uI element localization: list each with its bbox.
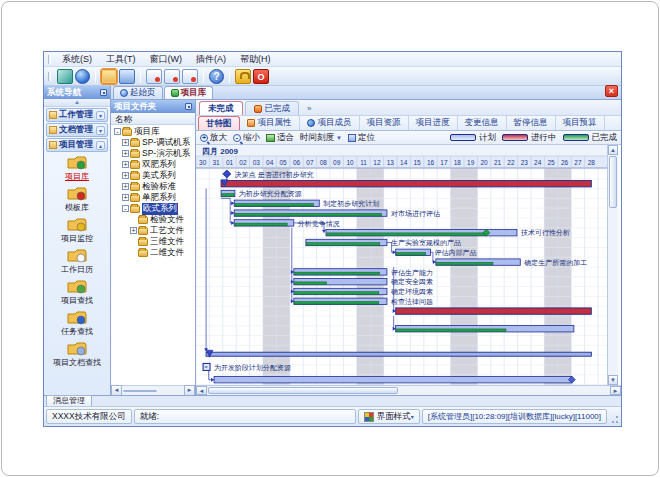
chevron-icon[interactable]: ▴: [96, 141, 105, 150]
svg-text:为初步研究分配资源: 为初步研究分配资源: [239, 190, 302, 198]
report-close-icon[interactable]: [182, 69, 198, 84]
expand-icon[interactable]: +: [130, 227, 137, 234]
svg-text:11: 11: [360, 159, 367, 166]
scrollbar-thumb[interactable]: [609, 156, 617, 208]
tree-node-三维文件[interactable]: 三维文件: [112, 236, 195, 247]
tree-node-label: 二维文件: [150, 247, 184, 259]
sidebar-scroll-up[interactable]: ▲: [44, 99, 110, 107]
scroll-left-icon[interactable]: ◄: [111, 385, 122, 395]
scroll-down-icon[interactable]: ▼: [608, 375, 618, 385]
tree-node-二维文件[interactable]: 二维文件: [112, 247, 195, 258]
chevron-icon[interactable]: ▾: [96, 126, 105, 135]
collapse-icon[interactable]: -: [122, 205, 129, 212]
sidebar-item-项目文档查找[interactable]: 项目文档查找: [44, 340, 110, 368]
tab-起始页[interactable]: 起始页: [113, 86, 163, 99]
scrollbar-thumb[interactable]: [208, 387, 398, 394]
scroll-right-icon[interactable]: ►: [610, 386, 621, 395]
gantt-chart-wrap: 四月 2009303101020304050607080910111213141…: [196, 145, 621, 385]
sidebar-item-项目查找[interactable]: 项目查找: [44, 278, 110, 306]
help-icon[interactable]: ?: [209, 69, 224, 84]
legend-进行中: 进行中: [502, 132, 557, 144]
tree-node-双肥系列[interactable]: +双肥系列: [112, 159, 195, 170]
functab-项目属性[interactable]: 项目属性: [240, 116, 300, 130]
palette-icon: [364, 412, 374, 422]
session-info: [系统管理员][10:28:09][培训数据库][lucky][11000]: [422, 409, 607, 424]
menu-item[interactable]: 系统(S): [55, 52, 99, 67]
tree-node-检验标准[interactable]: +检验标准: [112, 181, 195, 192]
expand-icon[interactable]: +: [122, 150, 129, 157]
menu-item[interactable]: 插件(A): [189, 52, 233, 67]
subtab-overflow-icon[interactable]: »: [301, 104, 317, 115]
library-icon: [171, 89, 179, 97]
report-icon[interactable]: [146, 69, 162, 84]
functab-项目资源[interactable]: 项目资源: [360, 116, 409, 130]
scroll-left-icon[interactable]: ◄: [196, 386, 207, 395]
expand-icon[interactable]: +: [122, 161, 129, 168]
locate-button[interactable]: 定位: [348, 132, 375, 144]
zoom-in-button[interactable]: +放大: [200, 132, 227, 144]
report-edit-icon[interactable]: [164, 69, 180, 84]
functab-项目进度[interactable]: 项目进度: [409, 116, 458, 130]
functab-甘特图[interactable]: 甘特图: [198, 116, 240, 130]
chevron-icon[interactable]: ▾: [96, 111, 105, 120]
sidebar-group-项目管理[interactable]: 项目管理▴: [46, 138, 108, 152]
tree-node-单肥系列[interactable]: +单肥系列: [112, 192, 195, 203]
functab-项目预算[interactable]: 项目预算: [556, 116, 605, 130]
tree-node-工艺文件[interactable]: +工艺文件: [112, 225, 195, 236]
tab-message-management[interactable]: 消息管理: [46, 395, 92, 406]
folder-view-icon[interactable]: [119, 69, 135, 84]
interface-style-button[interactable]: 界面样式 ▾: [358, 409, 420, 424]
resize-grip[interactable]: [609, 410, 619, 424]
tree-node-美式系列[interactable]: +美式系列: [112, 170, 195, 181]
functab-暂停信息[interactable]: 暂停信息: [507, 116, 556, 130]
lock-icon[interactable]: [235, 69, 251, 84]
globe-icon[interactable]: [75, 69, 90, 84]
tree-horizontal-scrollbar[interactable]: ◄ ►: [111, 385, 195, 395]
fit-button[interactable]: 适合: [266, 132, 294, 144]
expand-icon[interactable]: +: [122, 194, 129, 201]
expand-icon[interactable]: +: [122, 139, 129, 146]
pin-icon[interactable]: [100, 89, 107, 96]
exit-icon[interactable]: O: [253, 69, 269, 84]
gantt-vertical-scrollbar[interactable]: ▲ ▼: [607, 145, 618, 385]
tree-node-欧式系列[interactable]: -欧式系列: [112, 203, 195, 214]
pin-icon[interactable]: [185, 103, 192, 110]
gantt-horizontal-scrollbar[interactable]: ◄ ►: [196, 385, 621, 395]
timescale-button[interactable]: 时间刻度▼: [300, 132, 342, 144]
tree-node-SP-调试机系[interactable]: +SP-调试机系: [112, 137, 195, 148]
sidebar-item-项目监控[interactable]: 项目监控: [44, 216, 110, 244]
computer-icon[interactable]: [57, 69, 73, 84]
scrollbar-thumb[interactable]: [123, 390, 157, 392]
functab-项目成员[interactable]: 项目成员: [300, 116, 360, 130]
sidebar-group-文档管理[interactable]: 文档管理▾: [46, 123, 108, 137]
tab-项目库[interactable]: 项目库: [164, 86, 214, 99]
sidebar-item-任务查找[interactable]: 任务查找: [44, 309, 110, 337]
scroll-up-icon[interactable]: ▲: [608, 145, 618, 155]
sidebar-item-项目库[interactable]: 项目库: [44, 154, 110, 182]
svg-text:14: 14: [400, 159, 408, 166]
functab-变更信息[interactable]: 变更信息: [458, 116, 507, 130]
expand-icon[interactable]: +: [122, 172, 129, 179]
scroll-right-icon[interactable]: ►: [184, 385, 195, 395]
tree-node-项目库[interactable]: -项目库: [112, 126, 195, 137]
menu-item[interactable]: 工具(T): [99, 52, 143, 67]
svg-text:19: 19: [467, 159, 475, 166]
tree-node-检验文件[interactable]: 检验文件: [112, 214, 195, 225]
menu-item[interactable]: 帮助(H): [233, 52, 278, 67]
folder-icon: [65, 216, 89, 233]
menu-item[interactable]: 窗口(W): [143, 52, 190, 67]
sidebar-item-工作日历[interactable]: 工作日历: [44, 247, 110, 275]
folder-open-icon[interactable]: [101, 69, 117, 84]
sidebar-item-模板库[interactable]: 模板库: [44, 185, 110, 213]
gantt-chart[interactable]: 四月 2009303101020304050607080910111213141…: [196, 145, 607, 385]
collapse-icon[interactable]: -: [114, 128, 121, 135]
sidebar-group-工作管理[interactable]: 工作管理▾: [46, 108, 108, 122]
expand-icon[interactable]: +: [122, 183, 129, 190]
folder-icon: [138, 238, 148, 246]
subtab-未完成[interactable]: 未完成: [199, 101, 243, 115]
close-icon[interactable]: ×: [605, 85, 618, 97]
svg-text:25: 25: [547, 159, 555, 166]
zoom-out-button[interactable]: -缩小: [233, 132, 260, 144]
tree-node-SP-演示机系[interactable]: +SP-演示机系: [112, 148, 195, 159]
subtab-已完成[interactable]: 已完成: [245, 101, 300, 115]
